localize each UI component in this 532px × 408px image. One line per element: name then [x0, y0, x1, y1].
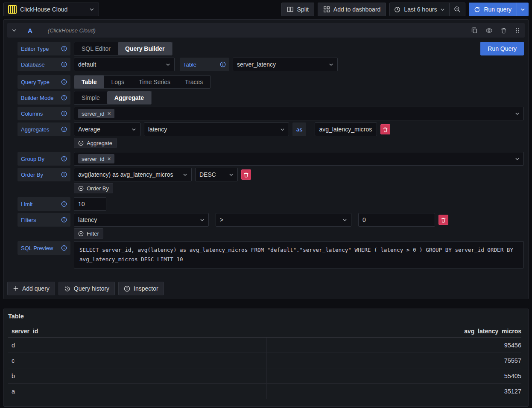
history-icon [64, 286, 70, 292]
column-header-server-id[interactable]: server_id [8, 328, 266, 335]
collapse-chevron-icon[interactable] [12, 28, 17, 33]
limit-label: Limit [18, 197, 70, 211]
group-by-label: Group By [18, 152, 70, 166]
cell-server-id: d [8, 338, 266, 353]
query-type-option-time-series[interactable]: Time Series [132, 76, 178, 88]
info-circle-icon[interactable] [61, 79, 67, 85]
run-query-split-button: Run query [469, 3, 529, 16]
query-type-toggle: Table Logs Time Series Traces [74, 75, 210, 89]
dashboard-grid-icon [323, 6, 330, 13]
explore-toolbar: ClickHouse Cloud Split Add to dashboard … [0, 0, 532, 19]
inspector-button[interactable]: Inspector [118, 282, 164, 295]
query-history-button[interactable]: Query history [58, 282, 115, 295]
run-query-editor-button[interactable]: Run Query [480, 42, 524, 55]
info-circle-icon[interactable] [61, 172, 67, 178]
add-to-dashboard-button[interactable]: Add to dashboard [318, 3, 386, 16]
table-results-panel: Table server_id avg_latency_micros d 954… [3, 309, 529, 407]
add-query-button[interactable]: Add query [7, 282, 55, 295]
sql-preview-text: SELECT server_id, avg(latency) as avg_la… [74, 241, 524, 268]
table-label: Table [180, 58, 229, 71]
remove-order-by-button[interactable] [241, 169, 251, 180]
info-circle-icon[interactable] [61, 245, 67, 251]
aggregate-alias-input[interactable]: avg_latency_micros [315, 122, 377, 136]
columns-multiselect[interactable]: server_id × [74, 107, 524, 120]
datasource-picker[interactable]: ClickHouse Cloud [3, 3, 99, 16]
cell-avg-latency: 95456 [266, 338, 522, 353]
info-circle-icon[interactable] [61, 201, 67, 207]
clock-icon [394, 6, 400, 13]
query-type-option-traces[interactable]: Traces [178, 76, 210, 88]
column-header-avg-latency-micros[interactable]: avg_latency_micros [266, 328, 521, 335]
info-circle-icon[interactable] [61, 217, 67, 223]
order-by-direction-select[interactable]: DESC [195, 168, 238, 181]
table-panel-title: Table [4, 309, 528, 321]
add-aggregate-button[interactable]: Aggregate [74, 138, 117, 148]
datasource-name: ClickHouse Cloud [20, 6, 86, 13]
database-label: Database [18, 58, 70, 71]
aggregate-column-select[interactable]: latency [144, 122, 289, 136]
plus-circle-icon [78, 231, 84, 236]
results-table: server_id avg_latency_micros d 95456 c 7… [4, 321, 528, 399]
split-label: Split [297, 6, 309, 13]
sync-icon [474, 6, 480, 13]
builder-mode-option-simple[interactable]: Simple [74, 91, 107, 104]
info-circle-icon[interactable] [61, 126, 67, 132]
table-header-row: server_id avg_latency_micros [8, 325, 521, 338]
table-row: b 55405 [8, 368, 521, 384]
chevron-down-icon [515, 111, 520, 116]
add-order-by-button[interactable]: Order By [74, 183, 113, 193]
duplicate-query-icon[interactable] [471, 27, 478, 34]
database-select[interactable]: default [74, 58, 175, 71]
delete-query-trash-icon[interactable] [500, 27, 507, 34]
info-circle-icon[interactable] [220, 61, 226, 67]
query-row-header: A (ClickHouse Cloud) [7, 23, 525, 38]
aggregate-function-select[interactable]: Average [74, 122, 140, 136]
query-ref-id[interactable]: A [28, 27, 32, 34]
table-select[interactable]: server_latency [233, 58, 338, 71]
group-by-multiselect[interactable]: server_id × [74, 152, 524, 166]
remove-chip-icon[interactable]: × [107, 111, 111, 117]
info-circle-icon[interactable] [61, 61, 67, 67]
query-footer: Add query Query history Inspector [4, 271, 528, 299]
info-circle-icon[interactable] [61, 156, 67, 162]
add-to-dashboard-label: Add to dashboard [333, 6, 381, 13]
run-query-button[interactable]: Run query [469, 3, 517, 16]
remove-chip-icon[interactable]: × [107, 156, 111, 162]
chevron-down-icon [280, 127, 285, 132]
plus-circle-icon [78, 140, 84, 146]
trash-icon [243, 172, 249, 178]
run-query-options-button[interactable] [517, 3, 529, 16]
info-circle-icon[interactable] [61, 95, 67, 101]
remove-aggregate-button[interactable] [380, 124, 390, 134]
info-circle-icon[interactable] [61, 46, 67, 52]
chevron-down-icon [520, 7, 525, 12]
run-query-label: Run query [484, 6, 512, 13]
chevron-down-icon [342, 218, 347, 222]
info-circle-icon[interactable] [61, 111, 67, 117]
hide-query-eye-icon[interactable] [485, 27, 493, 34]
split-button[interactable]: Split [281, 3, 314, 16]
query-builder-form: Editor Type SQL Editor Query Builder Run… [4, 41, 528, 268]
columns-label: Columns [18, 107, 70, 120]
filter-column-select[interactable]: latency [74, 213, 209, 227]
query-editor-panel: A (ClickHouse Cloud) Editor Type SQL Edi… [3, 19, 529, 299]
limit-input[interactable]: 10 [74, 197, 106, 211]
remove-filter-button[interactable] [438, 215, 448, 225]
filters-label: Filters [18, 213, 70, 227]
editor-type-label: Editor Type [18, 42, 70, 55]
editor-type-option-sql-editor[interactable]: SQL Editor [74, 42, 118, 55]
time-range-picker[interactable]: Last 6 hours [390, 3, 449, 16]
add-filter-button[interactable]: Filter [74, 228, 103, 239]
zoom-out-time-button[interactable] [449, 3, 465, 16]
cell-avg-latency: 35127 [266, 384, 522, 399]
builder-mode-option-aggregate[interactable]: Aggregate [107, 91, 151, 104]
filter-operator-select[interactable]: > [216, 213, 351, 227]
editor-type-option-query-builder[interactable]: Query Builder [118, 42, 172, 55]
order-by-field-select[interactable]: avg(latency) as avg_latency_micros [74, 168, 192, 181]
filter-value-input[interactable]: 0 [358, 213, 435, 227]
drag-handle-icon[interactable] [514, 27, 520, 34]
chevron-down-icon [132, 127, 136, 132]
query-type-option-table[interactable]: Table [74, 76, 104, 88]
query-type-option-logs[interactable]: Logs [104, 76, 132, 88]
time-range-controls: Last 6 hours [389, 3, 465, 16]
